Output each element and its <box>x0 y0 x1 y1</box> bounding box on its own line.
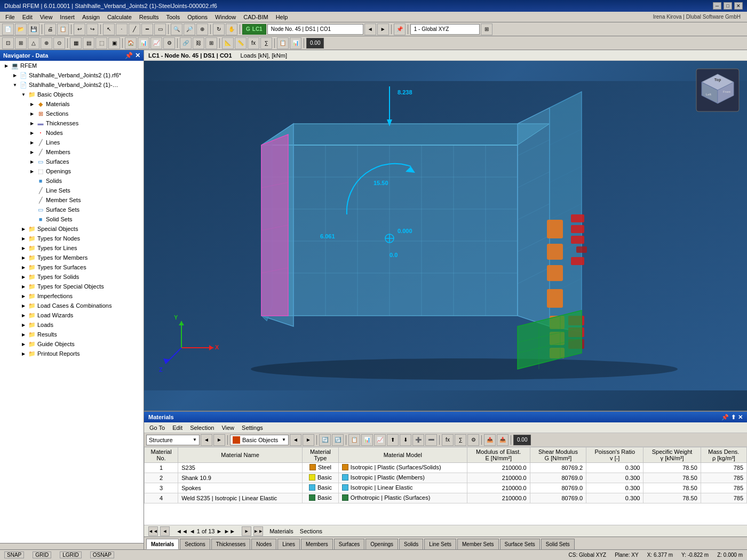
t2-btn1[interactable]: ⊡ <box>2 37 14 49</box>
t2-btn2[interactable]: ⊞ <box>15 37 27 49</box>
nav-nodes[interactable]: ▶ · Nodes <box>0 128 144 138</box>
nav-loads[interactable]: ▶ 📁 Loads <box>0 320 144 330</box>
toggle-loadcases[interactable]: ▶ <box>19 301 28 310</box>
toggle-surfaces[interactable]: ▶ <box>28 157 36 166</box>
t2-btn7[interactable]: ▤ <box>83 37 94 49</box>
tab-membersets[interactable]: Member Sets <box>457 539 498 549</box>
bp-edit[interactable]: Edit <box>169 424 186 431</box>
t2-btn8[interactable]: ⬚ <box>96 37 107 49</box>
bp-t2[interactable]: 🔃 <box>332 434 344 446</box>
nav-materials[interactable]: ▶ ◆ Materials <box>0 99 144 109</box>
nav-close-btn[interactable]: ✕ <box>135 52 140 59</box>
tab-openings[interactable]: Openings <box>365 539 398 549</box>
nav-sections[interactable]: ▶ ⊞ Sections <box>0 109 144 118</box>
toggle-typesspecial[interactable]: ▶ <box>19 282 28 291</box>
coord-system-bar[interactable]: 1 - Global XYZ <box>410 24 480 35</box>
nav-file2[interactable]: ▼ 📄 Stahlhalle_Verband_Joints2 (1)-Steel… <box>0 80 144 90</box>
t2-btn21[interactable]: 📋 <box>277 37 289 49</box>
bp-t12[interactable]: ⚙ <box>467 434 479 446</box>
table-row[interactable]: 4 Weld S235 | Isotropic | Linear Elastic… <box>145 493 747 503</box>
toggle-printout[interactable]: ▶ <box>19 349 28 358</box>
snap-btn[interactable]: SNAP <box>4 551 24 558</box>
tab-thicknesses[interactable]: Thicknesses <box>211 539 251 549</box>
nav-solids[interactable]: ■ Solids <box>0 176 144 186</box>
toggle-loads[interactable]: ▶ <box>19 321 28 329</box>
toggle-guide[interactable]: ▶ <box>19 340 28 348</box>
nav-members[interactable]: ▶ ╱ Members <box>0 147 144 157</box>
bp-settings[interactable]: Settings <box>239 424 266 431</box>
toggle-file1[interactable]: ▶ <box>11 71 19 79</box>
member-btn[interactable]: ━ <box>141 23 153 35</box>
nav-linesets[interactable]: ╱ Line Sets <box>0 186 144 195</box>
coord-btn[interactable]: ⊞ <box>481 23 492 35</box>
nav-openings[interactable]: ▶ ⬚ Openings <box>0 166 144 176</box>
t2-btn9[interactable]: ▣ <box>108 37 120 49</box>
t2-btn3[interactable]: △ <box>28 37 39 49</box>
bottom-close-btn[interactable]: ✕ <box>738 414 743 421</box>
bp-selection[interactable]: Selection <box>187 424 217 431</box>
toggle-typesnodes[interactable]: ▶ <box>19 234 28 243</box>
node-info-bar[interactable]: Node No. 45 | DS1 | CO1 <box>267 24 363 35</box>
zoom-out-btn[interactable]: 🔎 <box>184 23 195 35</box>
node-btn[interactable]: · <box>116 23 128 35</box>
toggle-solidsets[interactable] <box>28 215 36 223</box>
bp-t9[interactable]: ➖ <box>425 434 437 446</box>
surface-btn[interactable]: ▭ <box>154 23 166 35</box>
toggle-typeslines[interactable]: ▶ <box>19 244 28 252</box>
toggle-special[interactable]: ▶ <box>19 225 28 233</box>
toggle-basic[interactable]: ▼ <box>19 90 28 99</box>
bp-t11[interactable]: ∑ <box>455 434 466 446</box>
toggle-typesmembers[interactable]: ▶ <box>19 253 28 262</box>
line-btn[interactable]: ╱ <box>129 23 140 35</box>
bp-t1[interactable]: 🔄 <box>319 434 331 446</box>
close-btn[interactable]: ✕ <box>734 2 743 10</box>
menu-edit[interactable]: Edit <box>19 13 36 21</box>
nav-typesnodes[interactable]: ▶ 📁 Types for Nodes <box>0 234 144 243</box>
bp-next2[interactable]: ► <box>303 434 314 446</box>
t2-btn16[interactable]: ⊞ <box>205 37 217 49</box>
tab-linesets[interactable]: Line Sets <box>424 539 456 549</box>
tab-nodes[interactable]: Nodes <box>251 539 276 549</box>
pdf-btn[interactable]: 📋 <box>57 23 69 35</box>
nav-surfacesets[interactable]: ▭ Surface Sets <box>0 205 144 214</box>
t2-btn13[interactable]: ⚙ <box>163 37 175 49</box>
zoom-all-btn[interactable]: ⊕ <box>196 23 208 35</box>
bp-t14[interactable]: 📥 <box>497 434 508 446</box>
redo-btn[interactable]: ↪ <box>86 23 98 35</box>
t2-btn18[interactable]: 📏 <box>235 37 247 49</box>
table-row[interactable]: 2 Shank 10.9 Basic Isotropic | Plastic (… <box>145 473 747 483</box>
bp-t4[interactable]: 📊 <box>361 434 373 446</box>
nav-pin-btn[interactable]: 📌 <box>125 52 133 59</box>
nav-imperfections[interactable]: ▶ 📁 Imperfections <box>0 291 144 301</box>
pin-btn[interactable]: 📌 <box>394 23 406 35</box>
tab-solids[interactable]: Solids <box>399 539 423 549</box>
nav-scrollbar[interactable] <box>0 543 144 549</box>
bp-next[interactable]: ► <box>213 434 225 446</box>
toggle-loadwizards[interactable]: ▶ <box>19 311 28 319</box>
bp-goto[interactable]: Go To <box>146 424 168 431</box>
toggle-materials[interactable]: ▶ <box>28 100 36 108</box>
bottom-pin-btn[interactable]: 📌 <box>721 414 729 421</box>
page-last[interactable]: ►► <box>253 526 263 536</box>
bp-prev2[interactable]: ◄ <box>290 434 301 446</box>
menu-results[interactable]: Results <box>136 13 162 21</box>
select-btn[interactable]: ↖ <box>103 23 115 35</box>
tab-surfacesets[interactable]: Surface Sets <box>500 539 540 549</box>
grid-btn[interactable]: GRID <box>33 551 51 558</box>
table-row[interactable]: 3 Spokes Basic Isotropic | Linear Elasti… <box>145 483 747 493</box>
t2-btn10[interactable]: 🏠 <box>125 37 137 49</box>
nav-solidsets[interactable]: ■ Solid Sets <box>0 214 144 224</box>
menu-window[interactable]: Window <box>212 13 239 21</box>
nav-typeslines[interactable]: ▶ 📁 Types for Lines <box>0 243 144 253</box>
menu-options[interactable]: Options <box>184 13 211 21</box>
t2-btn22[interactable]: 📊 <box>290 37 301 49</box>
menu-assign[interactable]: Assign <box>79 13 103 21</box>
toggle-linesets[interactable] <box>28 186 36 195</box>
nav-loadwizards[interactable]: ▶ 📁 Load Wizards <box>0 310 144 320</box>
bp-t8[interactable]: ➕ <box>412 434 424 446</box>
t2-btn4[interactable]: ⊕ <box>41 37 52 49</box>
toggle-imperfections[interactable]: ▶ <box>19 292 28 300</box>
nav-printout[interactable]: ▶ 📁 Printout Reports <box>0 349 144 358</box>
tab-surfaces[interactable]: Surfaces <box>334 539 364 549</box>
nav-basic[interactable]: ▼ 📁 Basic Objects <box>0 90 144 99</box>
